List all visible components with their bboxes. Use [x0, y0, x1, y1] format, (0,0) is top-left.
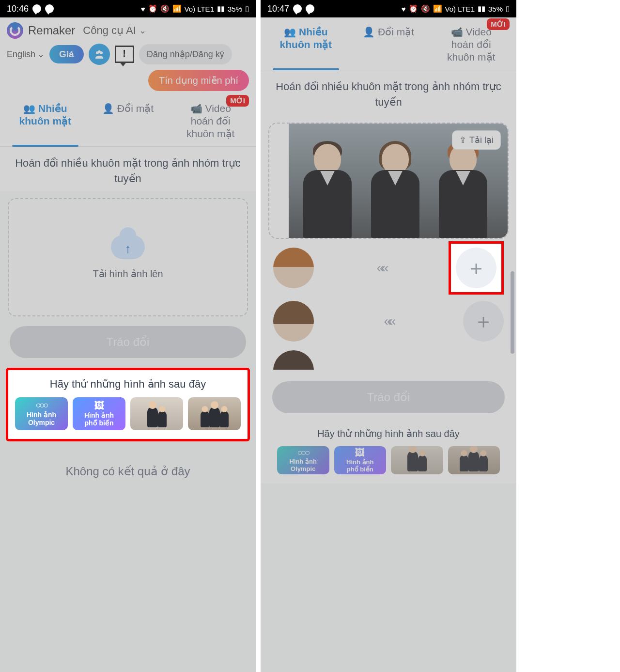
thumb-sample-2[interactable]: [188, 397, 241, 430]
add-face-highlight: ＋: [449, 241, 504, 295]
upload-dropzone[interactable]: Tải hình ảnh lên: [8, 198, 248, 316]
new-badge: MỚI: [487, 18, 510, 30]
tab-label: khuôn mặt: [280, 39, 332, 50]
thumb-label: Hình ảnh: [27, 411, 56, 419]
try-section-highlight: Hãy thử những hình ảnh sau đây ○○○ Hình …: [6, 368, 250, 441]
messenger-icon: [293, 4, 302, 13]
status-bar: 10:46 ♥ ⏰ 🔇 📶 Vo) LTE1 ▮▮ 35% ▯: [0, 0, 256, 17]
chevron-down-icon: ⌄: [37, 49, 45, 60]
tab-label: hoán đổi: [451, 39, 491, 50]
image-icon: 🖼: [355, 447, 365, 458]
alarm-icon: ⏰: [148, 4, 157, 13]
people-icon: [93, 48, 105, 60]
try-thumbnails: ○○○ Hình ảnh Olympic 🖼 Hình ảnh phổ biến: [15, 397, 241, 430]
people-icon: 👥: [284, 26, 296, 38]
person-icon: 👤: [102, 103, 114, 114]
wifi-icon: 📶: [172, 4, 182, 13]
swap-button[interactable]: Tráo đổi: [272, 381, 505, 413]
detected-face-2[interactable]: [273, 301, 314, 342]
phone-right: 10:47 ♥ ⏰ 🔇 📶 Vo) LTE1 ▮▮ 35% ▯ 👥Nhiều k…: [261, 0, 516, 672]
tab-label: Nhiều: [38, 103, 67, 114]
messenger-icon: [306, 4, 314, 13]
brand-logo: [7, 22, 23, 39]
ai-tools-label: Công cụ AI: [83, 24, 136, 37]
signal-icon: ▮▮: [217, 4, 225, 13]
new-badge: MỚI: [226, 95, 249, 107]
wifi-icon: 📶: [433, 4, 442, 13]
scrollbar[interactable]: [511, 271, 514, 354]
heart-icon: ♥: [402, 5, 406, 13]
login-button[interactable]: Đăng nhập/Đăng ký: [139, 44, 232, 64]
community-button[interactable]: [89, 44, 110, 65]
tab-label: hoán đổi: [191, 115, 231, 127]
alarm-icon: ⏰: [409, 4, 418, 13]
tab-swap-face[interactable]: 👤Đổi mặt: [347, 26, 430, 70]
phone-left: 10:46 ♥ ⏰ 🔇 📶 Vo) LTE1 ▮▮ 35% ▯ Remaker …: [0, 0, 256, 672]
network-label: Vo) LTE1: [445, 5, 475, 13]
free-credit-button[interactable]: Tín dụng miễn phí: [148, 70, 249, 91]
uploaded-image-preview[interactable]: ⇪ Tải lại: [268, 123, 509, 239]
upload-icon: ⇪: [459, 135, 466, 145]
page-subtitle: Hoán đổi nhiều khuôn mặt trong ảnh nhóm …: [261, 70, 516, 115]
feedback-icon[interactable]: [115, 46, 134, 63]
face-swap-row-1: «« ＋: [273, 244, 504, 292]
language-label: English: [7, 49, 35, 60]
thumb-sample-2[interactable]: [448, 446, 500, 474]
page-subtitle: Hoán đổi nhiều khuôn mặt trong ảnh nhóm …: [0, 147, 256, 191]
reupload-button[interactable]: ⇪ Tải lại: [452, 130, 501, 150]
add-target-face-button[interactable]: ＋: [456, 248, 496, 288]
detected-face-3[interactable]: [273, 350, 314, 370]
tab-label: khuôn mặt: [19, 115, 72, 127]
tab-label: khuôn mặt: [447, 51, 495, 63]
svg-point-2: [98, 50, 101, 53]
try-title: Hãy thử những hình ảnh sau đây: [277, 428, 500, 439]
language-selector[interactable]: English ⌄: [7, 49, 45, 60]
tab-video-swap[interactable]: MỚI 📹Video hoán đổi khuôn mặt: [430, 26, 512, 70]
thumb-label: Hình ảnh: [84, 412, 114, 419]
ai-tools-dropdown[interactable]: Công cụ AI ⌄: [83, 24, 146, 37]
tab-multi-face[interactable]: 👥Nhiều khuôn mặt: [4, 103, 87, 146]
tab-multi-face[interactable]: 👥Nhiều khuôn mặt: [264, 26, 347, 70]
double-left-arrow-icon: ««: [384, 313, 393, 329]
network-label: Vo) LTE1: [185, 5, 214, 13]
try-title: Hãy thử những hình ảnh sau đây: [15, 378, 241, 391]
mute-icon: 🔇: [160, 4, 170, 13]
swap-button[interactable]: Tráo đổi: [10, 326, 246, 358]
upload-label: Tải hình ảnh lên: [93, 268, 163, 280]
video-icon: 📹: [190, 103, 202, 114]
no-results-text: Không có kết quả ở đây: [0, 465, 256, 478]
reupload-label: Tải lại: [469, 135, 494, 145]
thumb-popular[interactable]: 🖼 Hình ảnh phổ biến: [73, 397, 125, 430]
signal-icon: ▮▮: [478, 4, 485, 13]
people-icon: 👥: [23, 103, 35, 114]
tab-label: Đổi mặt: [117, 103, 154, 114]
thumb-sample-1[interactable]: [391, 446, 443, 474]
chevron-down-icon: ⌄: [139, 25, 146, 36]
status-time: 10:47: [267, 4, 289, 14]
tab-video-swap[interactable]: MỚI 📹Video hoán đổi khuôn mặt: [169, 103, 252, 146]
olympic-rings-icon: ○○○: [297, 448, 309, 458]
cloud-upload-icon: [111, 235, 145, 259]
messenger-icon: [32, 4, 41, 13]
pricing-button[interactable]: Giá: [49, 45, 84, 63]
battery-pct: 35%: [228, 5, 242, 13]
detected-face-1[interactable]: [273, 248, 314, 288]
thumb-olympic[interactable]: ○○○ Hình ảnh Olympic: [277, 446, 329, 474]
thumb-olympic[interactable]: ○○○ Hình ảnh Olympic: [15, 397, 68, 430]
preview-person-3: [434, 141, 492, 238]
thumb-popular[interactable]: 🖼 Hình ảnh phổ biến: [334, 446, 387, 474]
image-icon: 🖼: [94, 400, 104, 411]
try-section: Hãy thử những hình ảnh sau đây ○○○ Hình …: [270, 420, 507, 483]
face-swap-row-2: «« ＋: [273, 297, 504, 345]
messenger-icon: [45, 4, 54, 13]
tab-label: khuôn mặt: [186, 128, 234, 140]
app-content: 👥Nhiều khuôn mặt 👤Đổi mặt MỚI 📹Video hoá…: [261, 17, 516, 483]
thumb-label: phổ biến: [85, 420, 114, 427]
add-target-face-button[interactable]: ＋: [463, 301, 504, 342]
thumb-sample-1[interactable]: [130, 397, 183, 430]
olympic-rings-icon: ○○○: [36, 401, 47, 410]
mute-icon: 🔇: [421, 4, 430, 13]
tab-swap-face[interactable]: 👤Đổi mặt: [87, 103, 170, 146]
preview-person-1: [298, 141, 356, 238]
status-bar: 10:47 ♥ ⏰ 🔇 📶 Vo) LTE1 ▮▮ 35% ▯: [261, 0, 516, 17]
